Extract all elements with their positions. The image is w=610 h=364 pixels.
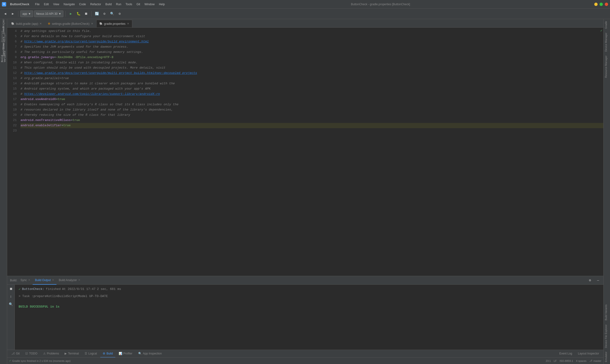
settings-button[interactable]: ⚙ xyxy=(116,11,123,17)
right-panels: Gradle Device Manager Resource Manager B… xyxy=(603,19,610,364)
tab-settings-gradle[interactable]: ⚙ settings.gradle (ButtonCheck) ✕ xyxy=(45,20,96,27)
tool-tab-build[interactable]: ⚙ Build xyxy=(100,350,115,358)
right-panel-device-manager[interactable]: Device Manager xyxy=(604,31,610,54)
toolbar-separator-2 xyxy=(65,11,65,17)
git-branch[interactable]: ⎇ master xyxy=(589,359,601,362)
build-filter-button[interactable]: 🔍 xyxy=(8,301,14,308)
indent-setting[interactable]: 4 spaces xyxy=(576,360,586,362)
app-config-dropdown[interactable]: app ▼ xyxy=(20,11,33,17)
tab-close-gradle-properties[interactable]: ✕ xyxy=(127,22,129,25)
build-output-lines: > Task :prepareKotlinBuildScriptModel UP… xyxy=(19,294,599,310)
sync-button[interactable]: 🔄 xyxy=(93,11,100,17)
tool-tab-problems[interactable]: ⚠ Problems xyxy=(41,350,62,358)
git-branch-label: master xyxy=(593,360,601,362)
tab-build-gradle-app[interactable]: 🐘 build.gradle (app) ✕ xyxy=(8,20,45,27)
build-status-line: ✓ ButtonCheck: finished At 2022/8/31 17:… xyxy=(19,286,599,292)
title-bar: A ButtonCheck FileEditViewNavigateCodeRe… xyxy=(0,0,610,9)
right-panel-resource-manager[interactable]: Resource Manager xyxy=(604,54,610,80)
build-tab-analyzer-close[interactable]: ✕ xyxy=(78,278,80,282)
tab-close-build-gradle[interactable]: ✕ xyxy=(39,22,42,25)
search-button[interactable]: 🔍 xyxy=(109,11,115,17)
line-numbers: 4567891011121314151617181920212223 xyxy=(7,28,19,276)
tool-tab-logcat[interactable]: ☰ Logcat xyxy=(82,350,99,358)
menu-item-refactor[interactable]: Refactor xyxy=(88,2,103,7)
build-left-sidebar: ⏹ ↕ 🔍 xyxy=(7,285,15,350)
tool-tab-git[interactable]: ⎇ Git xyxy=(9,350,22,358)
stop-button[interactable]: ⏹ xyxy=(83,11,89,17)
problems-icon: ⚠ xyxy=(43,352,46,355)
tool-tab-app-inspection[interactable]: 🔍 App Inspection xyxy=(136,350,164,358)
right-panel-build-variants[interactable]: Build Variants xyxy=(604,302,610,322)
build-finished-text: finished xyxy=(46,286,61,292)
window-title: ButtonCheck - gradle.properties [ButtonC… xyxy=(351,3,410,6)
maximize-button[interactable] xyxy=(599,3,603,6)
menu-item-navigate[interactable]: Navigate xyxy=(62,2,77,7)
back-button[interactable]: ◀ xyxy=(2,11,9,17)
right-panel-emulator[interactable]: Emulator xyxy=(604,350,610,364)
code-line-12: # http://www.gradle.org/docs/current/use… xyxy=(21,70,603,76)
tool-tab-terminal[interactable]: ▶ Terminal xyxy=(62,350,81,358)
build-close-button[interactable]: — xyxy=(595,277,601,284)
code-line-18: # Enables namespacing of each library's … xyxy=(21,102,603,107)
build-time-text: At 2022/8/31 17:47 xyxy=(62,286,95,292)
sync-status-text: Gradle sync finished in 2 s 634 ms (mome… xyxy=(12,360,71,362)
menu-item-run[interactable]: Run xyxy=(114,2,123,7)
build-tab-actions: ⚙ — xyxy=(587,277,603,284)
menu-item-file[interactable]: File xyxy=(33,2,41,7)
right-panel-gradle[interactable]: Gradle xyxy=(604,19,610,31)
tool-tab-profiler-label: Profiler xyxy=(123,352,132,355)
build-tab-sync[interactable]: Sync ✕ xyxy=(18,276,33,285)
debug-button[interactable]: 🐛 xyxy=(75,11,82,17)
app-inspection-icon: 🔍 xyxy=(138,352,142,355)
build-stop-button[interactable]: ⏹ xyxy=(8,286,14,292)
tab-label-build-gradle: build.gradle (app) xyxy=(16,22,38,26)
bottom-panel: Build: Sync ✕ Build Output ✕ Build Analy… xyxy=(7,276,603,350)
tool-tab-layout-inspector[interactable]: Layout Inspector xyxy=(575,350,601,358)
code-line-4: # any settings specified in this file. xyxy=(21,29,603,34)
menu-item-window[interactable]: Window xyxy=(143,2,156,7)
device-dropdown[interactable]: Nexus 10 API 30 ▼ xyxy=(34,11,63,17)
tool-tab-todo[interactable]: ☑ TODO xyxy=(23,350,39,358)
build-tab-sync-close[interactable]: ✕ xyxy=(28,278,30,282)
build-scroll-button[interactable]: ↕ xyxy=(8,293,14,300)
menu-item-tools[interactable]: Tools xyxy=(124,2,134,7)
tool-tab-profiler[interactable]: 📊 Profiler xyxy=(116,350,135,358)
tool-tab-event-log[interactable]: Event Log xyxy=(557,350,574,358)
build-tab-analyzer[interactable]: Build Analyzer ✕ xyxy=(56,276,83,285)
build-settings-button[interactable]: ⚙ xyxy=(587,277,593,284)
menu-item-help[interactable]: Help xyxy=(157,2,167,7)
sync-status: ✓ Gradle sync finished in 2 s 634 ms (mo… xyxy=(9,359,71,362)
sidebar-build-variants-icon[interactable]: Build Variants xyxy=(0,53,7,60)
tab-close-settings-gradle[interactable]: ✕ xyxy=(91,22,93,25)
cursor-position[interactable]: 23:1 xyxy=(546,360,551,362)
tool-tab-build-label: Build xyxy=(106,352,113,355)
close-button[interactable] xyxy=(605,3,608,6)
code-content[interactable]: # any settings specified in this file.# … xyxy=(19,28,603,276)
profiler-icon: 📊 xyxy=(119,352,122,355)
menu-item-view[interactable]: View xyxy=(51,2,61,7)
menu-item-edit[interactable]: Edit xyxy=(42,2,51,7)
menu-item-git[interactable]: Git xyxy=(135,2,142,7)
tool-tab-git-label: Git xyxy=(16,352,20,355)
run-button[interactable]: ▶ xyxy=(67,11,74,17)
build-output-content: ✓ ButtonCheck: finished At 2022/8/31 17:… xyxy=(15,285,603,350)
code-line-9: org.gradle.jvmargs=-Xmx2048m -Dfile.enco… xyxy=(21,55,603,60)
todo-icon: ☑ xyxy=(25,352,28,355)
toolbar: ◀ ▶ app ▼ Nexus 10 API 30 ▼ ▶ 🐛 ⏹ 🔄 ⚙ 🔍 … xyxy=(0,9,610,19)
code-line-10: # When configured, Gradle will run in in… xyxy=(21,60,603,65)
build-tab-output[interactable]: Build Output ✕ xyxy=(33,276,56,285)
right-panel-device-file-explorer[interactable]: Device File Explorer xyxy=(604,323,610,350)
status-bar: ✓ Gradle sync finished in 2 s 634 ms (mo… xyxy=(7,357,603,364)
menu-item-build[interactable]: Build xyxy=(104,2,114,7)
build-tabs: Build: Sync ✕ Build Output ✕ Build Analy… xyxy=(7,276,603,285)
tool-tab-logcat-label: Logcat xyxy=(88,352,97,355)
line-ending[interactable]: LF xyxy=(554,360,557,362)
file-charset[interactable]: ISO-8859-1 xyxy=(559,360,573,362)
menu-item-code[interactable]: Code xyxy=(77,2,88,7)
forward-button[interactable]: ▶ xyxy=(10,11,16,17)
tab-gradle-properties[interactable]: 🐘 gradle.properties ✕ xyxy=(96,20,132,27)
minimize-button[interactable] xyxy=(594,3,597,6)
build-tab-output-close[interactable]: ✕ xyxy=(52,278,54,282)
code-line-6: # http://www.gradle.org/docs/current/use… xyxy=(21,39,603,44)
gradle-button[interactable]: ⚙ xyxy=(101,11,108,17)
